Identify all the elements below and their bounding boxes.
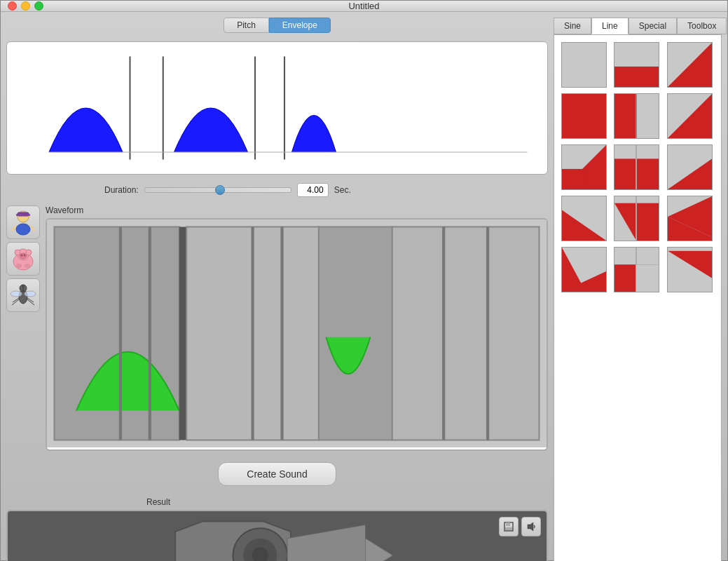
maximize-button[interactable] xyxy=(34,1,43,11)
tab-sine[interactable]: Sine xyxy=(554,18,591,34)
speaker-icon xyxy=(526,521,537,532)
svg-rect-55 xyxy=(614,67,659,87)
wave-tile-3[interactable] xyxy=(667,42,713,88)
save-button[interactable] xyxy=(499,517,518,536)
play-button[interactable] xyxy=(521,517,541,536)
svg-rect-38 xyxy=(319,227,392,440)
character-button-2[interactable] xyxy=(6,242,40,276)
window-title: Untitled xyxy=(348,1,379,11)
svg-point-16 xyxy=(24,255,26,257)
wave-tile-15[interactable] xyxy=(667,247,713,292)
title-bar: Untitled xyxy=(1,1,727,12)
svg-marker-90 xyxy=(636,264,659,292)
duration-row: Duration: 4.00 Sec. xyxy=(6,180,548,200)
waveform-display xyxy=(46,218,548,451)
tab-line[interactable]: Line xyxy=(591,18,629,34)
char3-icon xyxy=(9,281,37,309)
wave-tile-1[interactable] xyxy=(561,42,607,88)
result-controls xyxy=(499,517,541,536)
svg-point-20 xyxy=(25,264,30,268)
result-svg xyxy=(8,511,547,561)
svg-point-14 xyxy=(20,253,27,259)
svg-point-24 xyxy=(25,291,36,297)
svg-point-15 xyxy=(21,255,23,257)
svg-rect-32 xyxy=(179,227,186,440)
wave-tile-6[interactable] xyxy=(667,93,713,139)
wave-tile-5[interactable] xyxy=(614,93,659,139)
wave-tile-2[interactable] xyxy=(614,42,659,88)
minimize-button[interactable] xyxy=(21,1,30,11)
svg-line-11 xyxy=(30,226,34,231)
right-tabs: Sine Line Special Toolbox xyxy=(554,18,722,35)
duration-track xyxy=(144,187,291,193)
duration-value: 4.00 xyxy=(297,183,329,197)
svg-marker-52 xyxy=(528,522,533,531)
duration-slider-container xyxy=(144,187,291,193)
waveform-section: Waveform xyxy=(6,205,548,451)
character-button-3[interactable] xyxy=(6,278,40,312)
svg-rect-63 xyxy=(636,94,659,138)
svg-rect-8 xyxy=(16,214,30,216)
wave-tile-4[interactable] xyxy=(561,93,607,139)
left-panel: Pitch Envelope xyxy=(6,18,548,561)
tab-bar: Pitch Envelope xyxy=(6,18,548,33)
char1-icon xyxy=(9,208,37,236)
character-button-1[interactable] xyxy=(6,205,40,239)
svg-point-9 xyxy=(16,224,30,235)
svg-point-18 xyxy=(26,250,32,255)
svg-rect-53 xyxy=(562,43,606,87)
svg-point-23 xyxy=(11,291,22,297)
duration-label: Duration: xyxy=(104,185,139,195)
result-section: Result xyxy=(6,497,548,561)
svg-rect-69 xyxy=(562,169,586,189)
svg-point-19 xyxy=(16,264,22,268)
save-icon xyxy=(503,521,514,532)
svg-line-10 xyxy=(12,226,16,231)
tab-pitch[interactable]: Pitch xyxy=(224,18,269,33)
svg-rect-39 xyxy=(392,227,540,440)
waveform-svg xyxy=(47,219,547,447)
right-panel: Sine Line Special Toolbox xyxy=(554,18,722,561)
waveform-label: Waveform xyxy=(46,205,548,215)
tab-toolbox[interactable]: Toolbox xyxy=(677,18,727,34)
main-content: Pitch Envelope xyxy=(1,12,727,561)
traffic-lights xyxy=(8,1,43,11)
svg-point-17 xyxy=(15,250,20,255)
close-button[interactable] xyxy=(8,1,17,11)
svg-rect-59 xyxy=(562,94,606,138)
result-label: Result xyxy=(6,497,548,507)
result-display: ? xyxy=(6,510,548,561)
svg-rect-50 xyxy=(506,522,510,526)
wave-tile-9[interactable] xyxy=(667,144,713,190)
main-window: Untitled Pitch Envelope xyxy=(0,0,728,561)
character-buttons xyxy=(6,205,40,312)
pitch-display xyxy=(6,41,548,175)
wave-tile-13[interactable] xyxy=(561,247,607,292)
wave-tile-7[interactable] xyxy=(561,144,607,190)
char2-icon xyxy=(9,245,37,273)
pitch-canvas-svg xyxy=(14,49,540,167)
create-sound-button[interactable]: Create Sound xyxy=(218,462,336,486)
wave-tile-12[interactable] xyxy=(667,196,713,241)
tab-special[interactable]: Special xyxy=(629,18,677,34)
duration-thumb[interactable] xyxy=(215,185,225,195)
svg-rect-51 xyxy=(505,527,512,530)
duration-unit: Sec. xyxy=(334,185,351,195)
wave-tile-11[interactable] xyxy=(614,196,659,241)
waveform-container: Waveform xyxy=(46,205,548,451)
wave-tile-8[interactable] xyxy=(614,144,659,190)
wave-tile-10[interactable] xyxy=(561,196,607,241)
wave-tile-14[interactable] xyxy=(614,247,659,292)
tab-envelope[interactable]: Envelope xyxy=(269,18,331,33)
wave-tiles-grid xyxy=(554,35,722,561)
